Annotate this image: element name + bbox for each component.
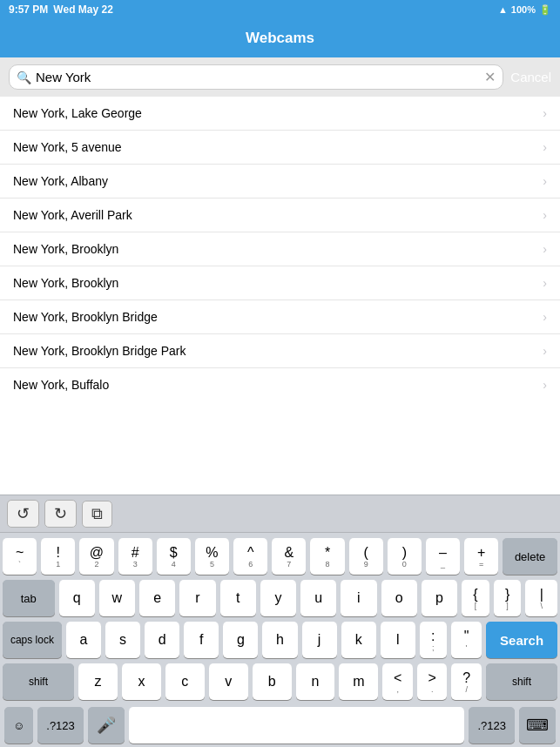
key-l[interactable]: l (381, 622, 415, 658)
key-rparen-0[interactable]: )0 (388, 538, 422, 575)
chevron-icon: › (543, 276, 547, 290)
battery-status: 100% (511, 4, 536, 15)
status-bar-left: 9:57 PM Wed May 22 (9, 3, 113, 16)
status-time: 9:57 PM (9, 3, 48, 16)
key-lparen-9[interactable]: (9 (349, 538, 383, 575)
chevron-icon: › (543, 378, 547, 392)
key-underscore-dash[interactable]: –_ (426, 538, 460, 575)
key-i[interactable]: i (341, 580, 376, 616)
chevron-icon: › (543, 140, 547, 154)
key-g[interactable]: g (223, 622, 258, 658)
key-z[interactable]: z (78, 663, 118, 700)
key-percent-5[interactable]: %5 (195, 538, 229, 575)
redo-button[interactable]: ↻ (44, 500, 77, 528)
key-t[interactable]: t (220, 580, 256, 616)
status-bar-right: ▲ 100% 🔋 (498, 4, 551, 16)
key-lbrace[interactable]: {[ (462, 580, 489, 616)
status-bar: 9:57 PM Wed May 22 ▲ 100% 🔋 (0, 0, 560, 19)
key-plus-equal[interactable]: += (464, 538, 498, 575)
key-m[interactable]: m (339, 663, 378, 700)
key-x[interactable]: x (122, 663, 161, 700)
key-e[interactable]: e (139, 580, 175, 616)
key-hash-3[interactable]: #3 (118, 538, 152, 575)
emoji-key[interactable]: ☺ (4, 707, 33, 744)
numbers-key-left[interactable]: .?123 (37, 707, 84, 744)
key-w[interactable]: w (99, 580, 135, 616)
wifi-icon: ▲ (498, 4, 508, 15)
clear-button[interactable]: ✕ (484, 71, 496, 84)
key-colon-semicolon[interactable]: :; (420, 622, 447, 658)
list-item[interactable]: New York, 5 avenue › (0, 131, 560, 165)
list-item[interactable]: New York, Buffalo › (0, 368, 560, 393)
tab-key[interactable]: tab (3, 580, 55, 616)
key-k[interactable]: k (341, 622, 376, 658)
key-v[interactable]: v (209, 663, 248, 700)
list-item-label: New York, Averill Park (13, 208, 132, 222)
key-amp-7[interactable]: &7 (272, 538, 306, 575)
key-tilde-backtick[interactable]: ~` (3, 538, 37, 575)
keyboard-rows: ~` !1 @2 #3 $4 %5 ^6 &7 *8 (9 )0 –_ += d… (0, 533, 560, 703)
battery-icon: 🔋 (539, 4, 551, 16)
shift-key-right[interactable]: shift (486, 663, 557, 700)
key-at-2[interactable]: @2 (79, 538, 113, 575)
list-item-label: New York, Lake George (13, 106, 142, 120)
key-question-slash[interactable]: ?/ (451, 663, 482, 700)
list-item-label: New York, Buffalo (13, 378, 109, 392)
key-b[interactable]: b (253, 663, 292, 700)
paste-button[interactable]: ⧉ (82, 501, 112, 528)
cancel-button[interactable]: Cancel (510, 70, 551, 84)
undo-button[interactable]: ↺ (7, 500, 39, 528)
list-item-label: New York, Brooklyn Bridge Park (13, 344, 186, 358)
key-r[interactable]: r (179, 580, 215, 616)
list-item[interactable]: New York, Brooklyn Bridge Park › (0, 334, 560, 368)
qwerty-row: tab q w e r t y u i o p {[ }] |\ (3, 580, 557, 616)
key-n[interactable]: n (296, 663, 335, 700)
keyboard-icon-key[interactable]: ⌨ (519, 707, 556, 744)
key-dollar-4[interactable]: $4 (157, 538, 191, 575)
key-f[interactable]: f (184, 622, 219, 658)
key-o[interactable]: o (381, 580, 417, 616)
list-item-label: New York, 5 avenue (13, 140, 122, 154)
key-u[interactable]: u (300, 580, 336, 616)
key-exclaim-1[interactable]: !1 (41, 538, 75, 575)
key-s[interactable]: s (105, 622, 140, 658)
chevron-icon: › (543, 242, 547, 256)
list-item[interactable]: New York, Lake George › (0, 97, 560, 131)
shift-key-left[interactable]: shift (3, 663, 74, 700)
key-y[interactable]: y (260, 580, 296, 616)
key-q[interactable]: q (59, 580, 95, 616)
search-key[interactable]: Search (486, 622, 557, 658)
capslock-key[interactable]: caps lock (3, 622, 62, 658)
key-rbrace[interactable]: }] (494, 580, 522, 616)
key-h[interactable]: h (262, 622, 297, 658)
numbers-key-right[interactable]: .?123 (469, 707, 515, 744)
list-item[interactable]: New York, Brooklyn Bridge › (0, 300, 560, 334)
list-item[interactable]: New York, Averill Park › (0, 199, 560, 232)
key-d[interactable]: d (145, 622, 179, 658)
key-lt-comma[interactable]: <, (382, 663, 413, 700)
space-key[interactable] (129, 707, 465, 744)
key-star-8[interactable]: *8 (310, 538, 344, 575)
key-gt-period[interactable]: >. (417, 663, 448, 700)
key-pipe-backslash[interactable]: |\ (525, 580, 557, 616)
bottom-bar: ☺ .?123 🎤 .?123 ⌨ (0, 703, 560, 747)
chevron-icon: › (543, 106, 547, 120)
list-item[interactable]: New York, Albany › (0, 165, 560, 199)
search-icon: 🔍 (17, 71, 31, 84)
key-j[interactable]: j (302, 622, 337, 658)
key-c[interactable]: c (165, 663, 205, 700)
key-a[interactable]: a (66, 622, 101, 658)
mic-key[interactable]: 🎤 (88, 707, 125, 744)
list-item[interactable]: New York, Brooklyn › (0, 232, 560, 266)
key-p[interactable]: p (422, 580, 457, 616)
chevron-icon: › (543, 344, 547, 358)
list-item[interactable]: New York, Brooklyn › (0, 266, 560, 300)
asdf-row: caps lock a s d f g h j k l :; "' Search (3, 622, 557, 658)
search-input[interactable] (36, 70, 480, 84)
key-quote-dquote[interactable]: "' (451, 622, 482, 658)
search-input-wrapper: 🔍 ✕ (9, 64, 503, 90)
delete-key[interactable]: delete (503, 538, 557, 575)
key-caret-6[interactable]: ^6 (233, 538, 267, 575)
number-row: ~` !1 @2 #3 $4 %5 ^6 &7 *8 (9 )0 –_ += d… (3, 538, 557, 575)
status-date: Wed May 22 (53, 3, 112, 16)
